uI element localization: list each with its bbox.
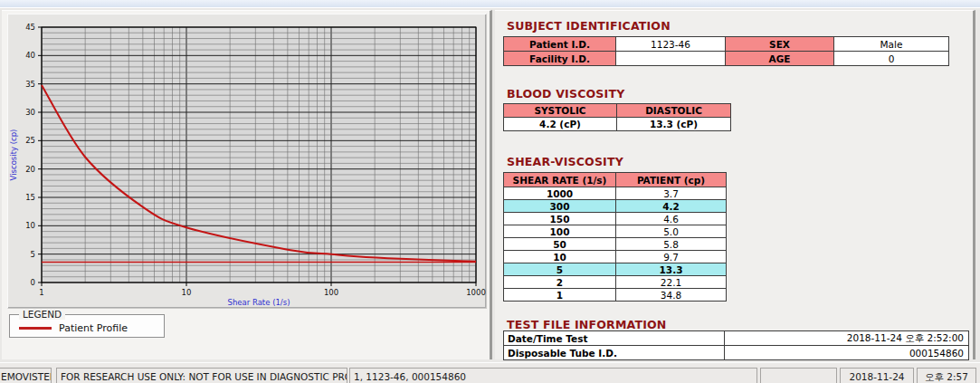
- shear-rate-cell: 5: [504, 263, 616, 276]
- patient-cp-header: PATIENT (cp): [616, 173, 727, 187]
- x-axis-label: Shear Rate (1/s): [228, 298, 290, 307]
- chart-region-panel: 0510152025303540451101001000Shear Rate (…: [2, 10, 492, 359]
- sex-label: SEX: [726, 37, 834, 52]
- subject-identification-title: SUBJECT IDENTIFICATION: [507, 19, 671, 33]
- status-research-use-notice: FOR RESEARCH USE ONLY: NOT FOR USE IN DI…: [56, 368, 347, 383]
- legend-box-title: LEGEND: [19, 309, 65, 320]
- table-row: Disposable Tube I.D. 000154860: [504, 346, 969, 360]
- svg-text:15: 15: [25, 193, 35, 202]
- svg-text:5: 5: [31, 250, 35, 259]
- viscosity-chart: 0510152025303540451101001000Shear Rate (…: [8, 14, 486, 308]
- status-time: 오후 2:57: [917, 368, 976, 383]
- table-row: SYSTOLIC DIASTOLIC: [504, 104, 731, 118]
- patient-cp-cell: 13.3: [616, 263, 727, 276]
- table-header-row: SHEAR RATE (1/s) PATIENT (cp): [504, 173, 727, 187]
- y-axis-label: Viscosity (cp): [9, 129, 18, 181]
- shear-rate-cell: 300: [504, 200, 616, 213]
- svg-text:45: 45: [25, 23, 35, 32]
- status-date: 2018-11-24: [840, 368, 914, 383]
- table-row: Patient I.D. 1123-46 SEX Male: [504, 37, 949, 52]
- window-top-strip: [0, 0, 980, 8]
- shear-viscosity-row: 3004.2: [504, 200, 727, 213]
- facility-id-value: [616, 52, 726, 66]
- svg-text:35: 35: [25, 80, 35, 89]
- shear-viscosity-row: 1005.0: [504, 225, 727, 238]
- shear-rate-cell: 1000: [504, 187, 616, 200]
- diastolic-header: DIASTOLIC: [617, 104, 731, 118]
- shear-rate-cell: 2: [504, 276, 616, 289]
- patient-cp-cell: 34.8: [616, 289, 727, 302]
- legend-entry-label: Patient Profile: [59, 322, 128, 334]
- shear-rate-cell: 50: [504, 238, 616, 251]
- legend-entry: Patient Profile: [19, 322, 128, 334]
- shear-viscosity-row: 109.7: [504, 251, 727, 263]
- table-row: 4.2 (cP) 13.3 (cP): [504, 118, 731, 131]
- report-panel: SUBJECT IDENTIFICATION Patient I.D. 1123…: [495, 10, 975, 359]
- svg-text:1: 1: [39, 288, 43, 297]
- age-value: 0: [834, 52, 949, 66]
- shear-viscosity-row: 10003.7: [504, 187, 727, 200]
- patient-cp-cell: 5.8: [616, 238, 727, 251]
- patient-cp-cell: 22.1: [616, 276, 727, 289]
- shear-rate-cell: 10: [504, 251, 616, 263]
- svg-text:100: 100: [324, 288, 338, 297]
- patient-id-value: 1123-46: [616, 37, 726, 52]
- systolic-value: 4.2 (cP): [504, 118, 617, 131]
- shear-viscosity-row: 505.8: [504, 238, 727, 251]
- disposable-tube-id-label: Disposable Tube I.D.: [504, 346, 725, 360]
- patient-id-label: Patient I.D.: [504, 37, 616, 52]
- svg-text:25: 25: [25, 136, 35, 145]
- svg-text:30: 30: [25, 108, 35, 117]
- sex-value: Male: [834, 37, 949, 52]
- svg-text:20: 20: [25, 165, 35, 174]
- patient-profile-line-icon: [19, 327, 52, 330]
- app-window: { "window": { "top_strip": "" }, "chart_…: [0, 0, 980, 383]
- svg-text:10: 10: [25, 221, 35, 230]
- shear-viscosity-row: 1504.6: [504, 213, 727, 225]
- blood-viscosity-table: SYSTOLIC DIASTOLIC 4.2 (cP) 13.3 (cP): [503, 103, 731, 131]
- table-row: Date/Time Test 2018-11-24 오후 2:52:00: [504, 331, 969, 346]
- facility-id-label: Facility I.D.: [504, 52, 616, 66]
- age-label: AGE: [726, 52, 834, 66]
- date-time-test-label: Date/Time Test: [504, 331, 725, 346]
- svg-text:1000: 1000: [466, 288, 486, 297]
- test-file-information-table: Date/Time Test 2018-11-24 오후 2:52:00 Dis…: [503, 330, 969, 360]
- shear-rate-cell: 100: [504, 225, 616, 238]
- shear-viscosity-row: 134.8: [504, 289, 727, 302]
- shear-viscosity-row: 222.1: [504, 276, 727, 289]
- shear-rate-cell: 1: [504, 289, 616, 302]
- test-file-information-title: TEST FILE INFORMATION: [507, 318, 667, 331]
- table-row: Facility I.D. AGE 0: [504, 52, 949, 66]
- shear-viscosity-row: 513.3: [504, 263, 727, 276]
- date-time-test-value: 2018-11-24 오후 2:52:00: [725, 331, 969, 346]
- shear-viscosity-title: SHEAR-VISCOSITY: [507, 155, 623, 168]
- patient-cp-cell: 3.7: [616, 187, 727, 200]
- disposable-tube-id-value: 000154860: [725, 346, 969, 360]
- subject-identification-table: Patient I.D. 1123-46 SEX Male Facility I…: [503, 36, 949, 66]
- status-empty-segment: [760, 368, 837, 383]
- svg-text:40: 40: [25, 51, 35, 60]
- viscosity-chart-panel: 0510152025303540451101001000Shear Rate (…: [7, 14, 487, 309]
- shear-viscosity-table: SHEAR RATE (1/s) PATIENT (cp) 10003.7300…: [503, 172, 727, 302]
- patient-cp-cell: 4.2: [616, 200, 727, 213]
- status-device-name: EMOVISTER: [0, 368, 52, 383]
- systolic-header: SYSTOLIC: [504, 104, 617, 118]
- diastolic-value: 13.3 (cP): [617, 118, 731, 131]
- patient-cp-cell: 5.0: [616, 225, 727, 238]
- shear-rate-cell: 150: [504, 213, 616, 225]
- patient-cp-cell: 4.6: [616, 213, 727, 225]
- svg-text:0: 0: [31, 278, 35, 287]
- shear-rate-header: SHEAR RATE (1/s): [504, 173, 616, 187]
- legend-box: LEGEND Patient Profile: [9, 314, 165, 338]
- status-bar: EMOVISTERFOR RESEARCH USE ONLY: NOT FOR …: [0, 362, 980, 383]
- patient-cp-cell: 9.7: [616, 251, 727, 263]
- blood-viscosity-title: BLOOD VISCOSITY: [507, 87, 624, 101]
- status-test-summary: 1, 1123-46, 000154860: [349, 368, 757, 383]
- svg-text:10: 10: [182, 288, 192, 297]
